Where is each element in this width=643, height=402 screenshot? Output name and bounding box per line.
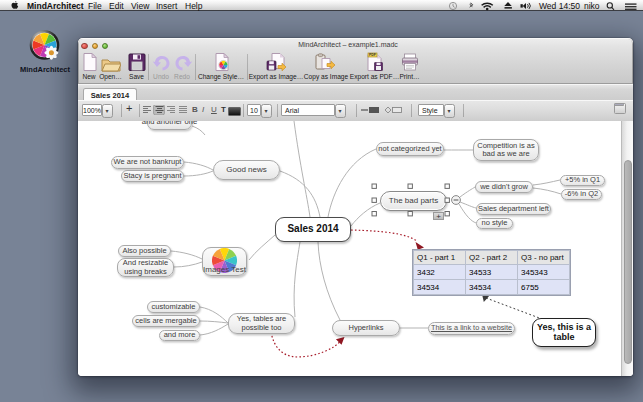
svg-text:PDF: PDF	[369, 53, 376, 57]
